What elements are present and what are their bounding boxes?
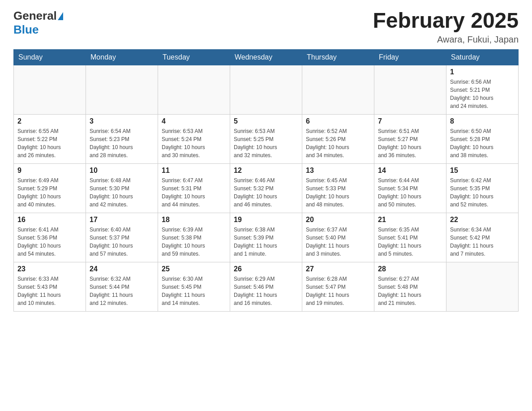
day-info: Sunrise: 6:44 AM Sunset: 5:34 PM Dayligh… [378, 176, 442, 209]
weekday-header-saturday: Saturday [446, 49, 519, 65]
day-info: Sunrise: 6:45 AM Sunset: 5:33 PM Dayligh… [306, 176, 370, 209]
week-row-4: 16Sunrise: 6:41 AM Sunset: 5:36 PM Dayli… [14, 213, 519, 262]
week-row-5: 23Sunrise: 6:33 AM Sunset: 5:43 PM Dayli… [14, 262, 519, 311]
logo-blue: Blue [13, 23, 39, 37]
calendar-cell: 22Sunrise: 6:34 AM Sunset: 5:42 PM Dayli… [446, 213, 519, 262]
day-number: 12 [234, 167, 298, 175]
calendar-cell: 7Sunrise: 6:51 AM Sunset: 5:27 PM Daylig… [374, 114, 446, 163]
day-number: 10 [90, 167, 154, 175]
day-number: 16 [17, 216, 82, 224]
day-number: 9 [17, 167, 82, 175]
day-number: 23 [17, 265, 82, 273]
day-number: 22 [450, 216, 515, 224]
logo: General Blue [13, 9, 63, 37]
day-info: Sunrise: 6:28 AM Sunset: 5:47 PM Dayligh… [306, 275, 370, 307]
weekday-header-monday: Monday [86, 49, 158, 65]
day-number: 7 [378, 117, 442, 125]
week-row-3: 9Sunrise: 6:49 AM Sunset: 5:29 PM Daylig… [14, 163, 519, 213]
weekday-header-tuesday: Tuesday [158, 49, 230, 65]
day-number: 2 [17, 117, 82, 125]
day-number: 15 [450, 167, 515, 175]
calendar-table: SundayMondayTuesdayWednesdayThursdayFrid… [13, 49, 519, 312]
day-info: Sunrise: 6:52 AM Sunset: 5:26 PM Dayligh… [306, 127, 370, 159]
weekday-header-friday: Friday [374, 49, 446, 65]
day-info: Sunrise: 6:55 AM Sunset: 5:22 PM Dayligh… [17, 127, 82, 159]
calendar-cell [230, 65, 302, 114]
day-info: Sunrise: 6:54 AM Sunset: 5:23 PM Dayligh… [90, 127, 154, 159]
calendar-cell: 26Sunrise: 6:29 AM Sunset: 5:46 PM Dayli… [230, 262, 302, 311]
calendar-cell: 1Sunrise: 6:56 AM Sunset: 5:21 PM Daylig… [446, 65, 519, 114]
location: Awara, Fukui, Japan [373, 34, 519, 45]
weekday-header-thursday: Thursday [302, 49, 374, 65]
day-info: Sunrise: 6:50 AM Sunset: 5:28 PM Dayligh… [450, 127, 515, 159]
week-row-1: 1Sunrise: 6:56 AM Sunset: 5:21 PM Daylig… [14, 65, 519, 114]
day-info: Sunrise: 6:37 AM Sunset: 5:40 PM Dayligh… [306, 226, 370, 258]
calendar-cell: 28Sunrise: 6:27 AM Sunset: 5:48 PM Dayli… [374, 262, 446, 311]
day-info: Sunrise: 6:49 AM Sunset: 5:29 PM Dayligh… [17, 176, 82, 209]
calendar-cell [446, 262, 519, 311]
day-info: Sunrise: 6:27 AM Sunset: 5:48 PM Dayligh… [378, 275, 442, 307]
day-number: 11 [162, 167, 226, 175]
calendar-cell: 17Sunrise: 6:40 AM Sunset: 5:37 PM Dayli… [86, 213, 158, 262]
logo-triangle-icon [58, 12, 63, 20]
day-info: Sunrise: 6:42 AM Sunset: 5:35 PM Dayligh… [450, 176, 515, 209]
calendar-cell: 14Sunrise: 6:44 AM Sunset: 5:34 PM Dayli… [374, 163, 446, 213]
weekday-header-sunday: Sunday [14, 49, 86, 65]
calendar-cell: 24Sunrise: 6:32 AM Sunset: 5:44 PM Dayli… [86, 262, 158, 311]
calendar-cell: 9Sunrise: 6:49 AM Sunset: 5:29 PM Daylig… [14, 163, 86, 213]
day-info: Sunrise: 6:39 AM Sunset: 5:38 PM Dayligh… [162, 226, 226, 258]
page-header: General Blue February 2025 Awara, Fukui,… [13, 9, 519, 45]
calendar-cell: 6Sunrise: 6:52 AM Sunset: 5:26 PM Daylig… [302, 114, 374, 163]
day-number: 1 [450, 68, 515, 76]
calendar-cell: 4Sunrise: 6:53 AM Sunset: 5:24 PM Daylig… [158, 114, 230, 163]
calendar-cell [86, 65, 158, 114]
calendar-cell [374, 65, 446, 114]
calendar-cell [14, 65, 86, 114]
day-info: Sunrise: 6:38 AM Sunset: 5:39 PM Dayligh… [234, 226, 298, 258]
day-number: 20 [306, 216, 370, 224]
calendar-cell: 23Sunrise: 6:33 AM Sunset: 5:43 PM Dayli… [14, 262, 86, 311]
calendar-cell: 8Sunrise: 6:50 AM Sunset: 5:28 PM Daylig… [446, 114, 519, 163]
day-info: Sunrise: 6:30 AM Sunset: 5:45 PM Dayligh… [162, 275, 226, 307]
month-title: February 2025 [373, 9, 519, 33]
calendar-cell [158, 65, 230, 114]
day-info: Sunrise: 6:51 AM Sunset: 5:27 PM Dayligh… [378, 127, 442, 159]
day-info: Sunrise: 6:46 AM Sunset: 5:32 PM Dayligh… [234, 176, 298, 209]
day-number: 17 [90, 216, 154, 224]
day-info: Sunrise: 6:53 AM Sunset: 5:24 PM Dayligh… [162, 127, 226, 159]
day-number: 4 [162, 117, 226, 125]
calendar-cell: 18Sunrise: 6:39 AM Sunset: 5:38 PM Dayli… [158, 213, 230, 262]
day-number: 18 [162, 216, 226, 224]
calendar-cell: 5Sunrise: 6:53 AM Sunset: 5:25 PM Daylig… [230, 114, 302, 163]
day-info: Sunrise: 6:40 AM Sunset: 5:37 PM Dayligh… [90, 226, 154, 258]
day-info: Sunrise: 6:53 AM Sunset: 5:25 PM Dayligh… [234, 127, 298, 159]
day-number: 13 [306, 167, 370, 175]
calendar-cell: 15Sunrise: 6:42 AM Sunset: 5:35 PM Dayli… [446, 163, 519, 213]
calendar-cell: 19Sunrise: 6:38 AM Sunset: 5:39 PM Dayli… [230, 213, 302, 262]
day-info: Sunrise: 6:32 AM Sunset: 5:44 PM Dayligh… [90, 275, 154, 307]
calendar-cell: 2Sunrise: 6:55 AM Sunset: 5:22 PM Daylig… [14, 114, 86, 163]
calendar-cell: 11Sunrise: 6:47 AM Sunset: 5:31 PM Dayli… [158, 163, 230, 213]
day-number: 28 [378, 265, 442, 273]
calendar-cell: 25Sunrise: 6:30 AM Sunset: 5:45 PM Dayli… [158, 262, 230, 311]
calendar-cell: 13Sunrise: 6:45 AM Sunset: 5:33 PM Dayli… [302, 163, 374, 213]
day-number: 8 [450, 117, 515, 125]
calendar-cell: 21Sunrise: 6:35 AM Sunset: 5:41 PM Dayli… [374, 213, 446, 262]
calendar-cell [302, 65, 374, 114]
day-info: Sunrise: 6:34 AM Sunset: 5:42 PM Dayligh… [450, 226, 515, 258]
day-number: 3 [90, 117, 154, 125]
day-info: Sunrise: 6:41 AM Sunset: 5:36 PM Dayligh… [17, 226, 82, 258]
day-number: 19 [234, 216, 298, 224]
day-number: 14 [378, 167, 442, 175]
day-number: 24 [90, 265, 154, 273]
day-info: Sunrise: 6:47 AM Sunset: 5:31 PM Dayligh… [162, 176, 226, 209]
day-info: Sunrise: 6:29 AM Sunset: 5:46 PM Dayligh… [234, 275, 298, 307]
calendar-cell: 27Sunrise: 6:28 AM Sunset: 5:47 PM Dayli… [302, 262, 374, 311]
week-row-2: 2Sunrise: 6:55 AM Sunset: 5:22 PM Daylig… [14, 114, 519, 163]
day-number: 5 [234, 117, 298, 125]
calendar-cell: 3Sunrise: 6:54 AM Sunset: 5:23 PM Daylig… [86, 114, 158, 163]
day-info: Sunrise: 6:56 AM Sunset: 5:21 PM Dayligh… [450, 78, 515, 110]
day-number: 6 [306, 117, 370, 125]
day-number: 25 [162, 265, 226, 273]
day-info: Sunrise: 6:33 AM Sunset: 5:43 PM Dayligh… [17, 275, 82, 307]
